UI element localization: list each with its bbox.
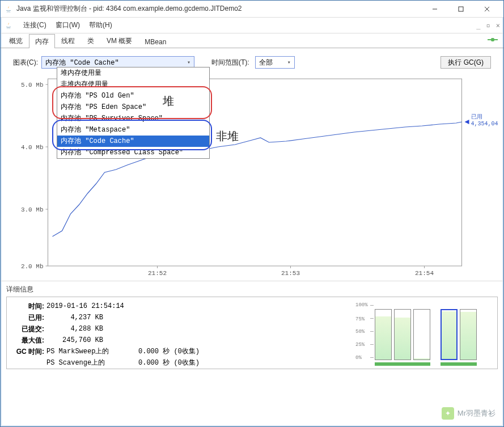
menu-connect[interactable]: 连接(C) bbox=[19, 19, 51, 31]
callout-value: 4,354,048 bbox=[471, 121, 498, 127]
tab-vmsummary[interactable]: VM 概要 bbox=[100, 33, 138, 48]
svg-rect-1 bbox=[459, 7, 463, 11]
details-body: 时间:2019-01-16 21:54:14 已用:4,237 KB 已提交:4… bbox=[6, 297, 498, 369]
minimize-button[interactable] bbox=[422, 1, 448, 18]
mdi-close-icon[interactable]: × bbox=[496, 22, 500, 29]
range-select[interactable]: 全部 ▾ bbox=[255, 56, 295, 69]
window-controls bbox=[422, 1, 500, 18]
dropdown-option[interactable]: 内存池 "Code Cache" bbox=[57, 136, 209, 147]
chevron-down-icon: ▾ bbox=[187, 59, 190, 66]
heap-group-indicator[interactable] bbox=[375, 362, 430, 366]
watermark: ✦ Mr羽墨青衫 bbox=[442, 407, 495, 420]
menu-bar: 连接(C) 窗口(W) 帮助(H) _ ▫ × bbox=[1, 18, 503, 33]
bar-nonheap-code-cache[interactable] bbox=[441, 309, 458, 360]
java-icon bbox=[4, 21, 13, 30]
tab-strip: 概览 内存 线程 类 VM 概要 MBean bbox=[1, 33, 503, 48]
details-caption: 详细信息 bbox=[6, 285, 498, 294]
bar-scale-label: 0% bbox=[355, 355, 362, 361]
kv-key: 时间: bbox=[12, 301, 46, 312]
dropdown-option[interactable]: 内存池 "Metaspace" bbox=[57, 124, 209, 136]
kv-key: GC 时间: bbox=[12, 346, 46, 357]
chart-label: 图表(C): bbox=[13, 58, 38, 67]
gc-name: PS Scavenge上的 bbox=[46, 357, 126, 369]
app-window: Java 监视和管理控制台 - pid: 4364 com.example.de… bbox=[0, 0, 504, 427]
mdi-restore-icon[interactable]: ▫ bbox=[486, 22, 490, 29]
mdi-controls: _ ▫ × bbox=[476, 22, 500, 29]
dropdown-option[interactable]: 内存池 "PS Old Gen" bbox=[57, 90, 209, 102]
nonheap-group-indicator[interactable] bbox=[441, 362, 477, 366]
java-icon bbox=[4, 5, 13, 14]
memory-bars: 100% 75% 50% 25% 0% bbox=[372, 301, 492, 366]
gc-name: PS MarkSweep上的 bbox=[46, 346, 126, 357]
tab-memory[interactable]: 内存 bbox=[29, 34, 55, 48]
kv-key: 最大值: bbox=[12, 335, 46, 346]
bar-scale-label: 50% bbox=[355, 329, 365, 335]
tab-classes[interactable]: 类 bbox=[81, 33, 100, 48]
range-select-value: 全部 bbox=[259, 58, 273, 67]
callout-label: 已用 bbox=[471, 114, 482, 120]
svg-marker-15 bbox=[465, 120, 469, 124]
dropdown-option[interactable]: 内存池 "Compressed Class Space" bbox=[57, 147, 209, 158]
bar-heap-ps-eden[interactable] bbox=[375, 309, 392, 360]
tab-overview[interactable]: 概览 bbox=[3, 33, 29, 48]
window-title: Java 监视和管理控制台 - pid: 4364 com.example.de… bbox=[16, 4, 422, 14]
kv-key: 已提交: bbox=[12, 323, 46, 335]
svg-rect-4 bbox=[491, 38, 494, 41]
kv-value: 4,288 KB bbox=[46, 323, 120, 335]
menu-help[interactable]: 帮助(H) bbox=[84, 19, 117, 31]
ytick-label: 3.0 Mb bbox=[21, 206, 44, 213]
gc-value: 0.000 秒 (0收集) bbox=[126, 346, 200, 357]
details-table: 时间:2019-01-16 21:54:14 已用:4,237 KB 已提交:4… bbox=[12, 301, 200, 365]
tab-mbeans[interactable]: MBean bbox=[138, 35, 172, 48]
maximize-button[interactable] bbox=[448, 1, 474, 18]
menu-window[interactable]: 窗口(W) bbox=[51, 19, 84, 31]
bar-heap-ps-old[interactable] bbox=[413, 309, 430, 360]
ytick-label: 2.0 Mb bbox=[21, 263, 44, 270]
perform-gc-button[interactable]: 执行 GC(G) bbox=[441, 56, 491, 69]
ytick-label: 5.0 Mb bbox=[21, 82, 44, 88]
bar-scale-label: 75% bbox=[355, 316, 365, 322]
kv-value: 2019-01-16 21:54:14 bbox=[46, 301, 141, 312]
kv-key: 已用: bbox=[12, 312, 46, 323]
mdi-minimize-icon[interactable]: _ bbox=[476, 22, 480, 29]
chevron-down-icon: ▾ bbox=[287, 59, 291, 66]
gc-value: 0.000 秒 (0收集) bbox=[126, 357, 200, 369]
details-panel: 详细信息 时间:2019-01-16 21:54:14 已用:4,237 KB … bbox=[1, 281, 503, 375]
range-label: 时间范围(T): bbox=[211, 58, 249, 67]
chart-select-value: 内存池 "Code Cache" bbox=[45, 58, 119, 67]
dropdown-option[interactable]: 内存池 "PS Survivor Space" bbox=[57, 113, 209, 124]
tab-threads[interactable]: 线程 bbox=[55, 33, 81, 48]
content-area: 图表(C): 内存池 "Code Cache" ▾ 时间范围(T): 全部 ▾ … bbox=[1, 48, 503, 281]
close-button[interactable] bbox=[474, 1, 500, 18]
dropdown-option[interactable]: 堆内存使用量 bbox=[57, 67, 209, 79]
xtick-label: 21:54 bbox=[415, 270, 434, 277]
dropdown-option[interactable]: 非堆内存使用量 bbox=[57, 79, 209, 90]
connection-status-icon bbox=[488, 36, 498, 45]
wechat-icon: ✦ bbox=[442, 407, 454, 420]
dropdown-option[interactable]: 内存池 "PS Eden Space" bbox=[57, 102, 209, 113]
xtick-label: 21:53 bbox=[281, 270, 300, 277]
watermark-text: Mr羽墨青衫 bbox=[458, 408, 495, 418]
kv-value: 4,237 KB bbox=[46, 312, 120, 323]
bar-scale-label: 100% bbox=[355, 302, 368, 308]
kv-value: 245,760 KB bbox=[46, 335, 120, 346]
bar-nonheap-metaspace[interactable] bbox=[460, 309, 477, 360]
ytick-label: 4.0 Mb bbox=[21, 144, 44, 151]
chart-select-popup: 堆内存使用量 非堆内存使用量 内存池 "PS Old Gen" 内存池 "PS … bbox=[57, 67, 210, 159]
title-bar: Java 监视和管理控制台 - pid: 4364 com.example.de… bbox=[1, 1, 503, 18]
bar-heap-ps-survivor[interactable] bbox=[394, 309, 411, 360]
xtick-label: 21:52 bbox=[148, 270, 167, 277]
bar-scale-label: 25% bbox=[355, 342, 365, 348]
